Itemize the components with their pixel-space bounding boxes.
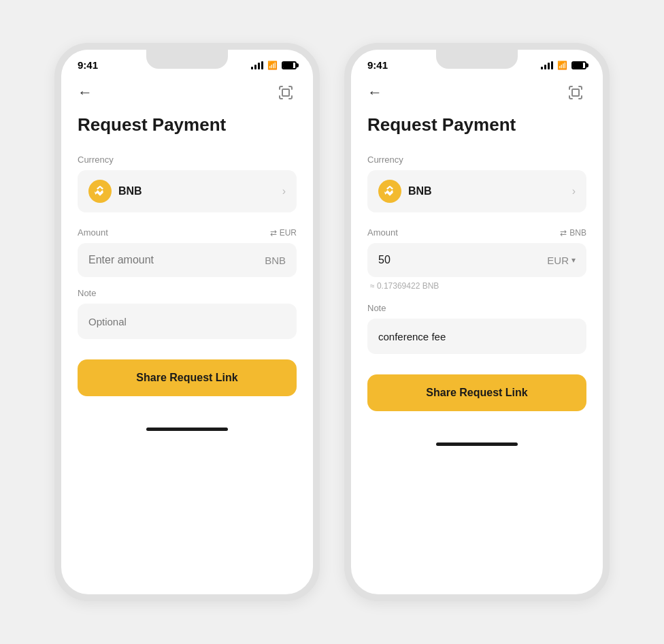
- nav-row-2: ←: [367, 82, 586, 103]
- status-bar-1: 9:41 📶: [61, 50, 313, 75]
- notch-1: [146, 50, 228, 69]
- currency-name-2: BNB: [408, 185, 432, 197]
- currency-left-2: BNB: [378, 180, 432, 203]
- conversion-hint-2: ≈ 0.17369422 BNB: [367, 281, 586, 291]
- note-field-2[interactable]: [367, 319, 586, 354]
- note-input-1[interactable]: [88, 315, 286, 328]
- amount-header-2: Amount ⇄ BNB: [367, 227, 586, 238]
- app-content-1: ← Request Payment Currency: [61, 75, 313, 417]
- back-button-2[interactable]: ←: [367, 84, 382, 101]
- bnb-icon-2: [378, 180, 401, 203]
- home-indicator-1: [146, 428, 228, 431]
- app-content-2: ← Request Payment Currency: [351, 75, 603, 432]
- wifi-icon-1: 📶: [267, 61, 278, 70]
- currency-left-1: BNB: [88, 180, 142, 203]
- notch-2: [436, 50, 518, 69]
- convert-arrows-icon-1: ⇄: [270, 228, 277, 238]
- currency-label-2: Currency: [367, 155, 586, 165]
- amount-unit-1: BNB: [265, 255, 286, 266]
- status-icons-2: 📶: [541, 61, 586, 70]
- signal-icon-1: [251, 61, 263, 69]
- status-bar-2: 9:41 📶: [351, 50, 603, 75]
- scan-button-2[interactable]: [565, 82, 586, 103]
- back-button-1[interactable]: ←: [78, 84, 93, 101]
- svg-rect-0: [282, 89, 289, 96]
- currency-name-1: BNB: [118, 185, 142, 197]
- note-label-1: Note: [78, 288, 297, 298]
- wifi-icon-2: 📶: [557, 61, 567, 70]
- amount-convert-2: ⇄ BNB: [560, 228, 586, 238]
- page-title-1: Request Payment: [78, 114, 297, 135]
- svg-rect-1: [572, 89, 579, 96]
- status-time-1: 9:41: [78, 59, 98, 71]
- amount-convert-1: ⇄ EUR: [270, 228, 297, 238]
- home-indicator-2: [436, 442, 518, 446]
- page-title-2: Request Payment: [367, 114, 586, 135]
- share-button-2[interactable]: Share Request Link: [367, 374, 586, 411]
- signal-icon-2: [541, 61, 553, 69]
- amount-field-2[interactable]: EUR: [367, 243, 586, 277]
- scan-button-1[interactable]: [275, 82, 297, 103]
- amount-field-1[interactable]: BNB: [78, 243, 297, 277]
- status-time-2: 9:41: [367, 59, 388, 71]
- phone-2: 9:41 📶 ←: [344, 43, 610, 601]
- amount-header-1: Amount ⇄ EUR: [78, 227, 297, 238]
- amount-label-1: Amount: [78, 227, 108, 238]
- battery-icon-2: [571, 61, 586, 69]
- convert-arrows-icon-2: ⇄: [560, 228, 567, 238]
- phone-1: 9:41 📶 ←: [54, 43, 320, 601]
- amount-label-2: Amount: [367, 227, 398, 238]
- status-icons-1: 📶: [251, 61, 297, 70]
- chevron-right-icon-1: ›: [282, 185, 286, 197]
- amount-input-1[interactable]: [88, 254, 265, 266]
- amount-unit-2[interactable]: EUR: [547, 255, 576, 266]
- amount-input-2[interactable]: [378, 254, 547, 266]
- battery-icon-1: [282, 61, 297, 69]
- note-field-1[interactable]: [78, 304, 297, 339]
- scene: 9:41 📶 ←: [27, 16, 637, 628]
- currency-selector-2[interactable]: BNB ›: [367, 170, 586, 212]
- note-label-2: Note: [367, 303, 586, 313]
- chevron-right-icon-2: ›: [572, 185, 576, 197]
- currency-selector-1[interactable]: BNB ›: [78, 170, 297, 212]
- note-input-2[interactable]: [378, 329, 576, 343]
- share-button-1[interactable]: Share Request Link: [78, 359, 297, 396]
- currency-label-1: Currency: [78, 155, 297, 165]
- bnb-icon-1: [88, 180, 112, 203]
- nav-row-1: ←: [78, 82, 297, 103]
